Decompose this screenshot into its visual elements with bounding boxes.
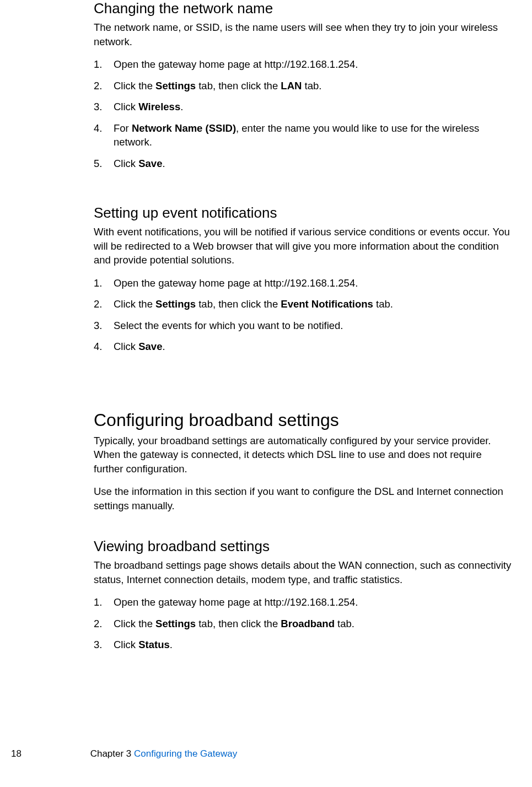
page-content: Changing the network name The network na… [94,0,513,670]
steps-list: Open the gateway home page at http://192… [94,595,513,652]
step-item: Open the gateway home page at http://192… [94,57,513,72]
heading-event-notifications: Setting up event notifications [94,204,513,222]
intro-text: The network name, or SSID, is the name u… [94,20,513,48]
step-item: Click Wireless. [94,100,513,114]
step-item: Click Status. [94,638,513,652]
heading-viewing-broadband: Viewing broadband settings [94,538,513,555]
heading-change-network-name: Changing the network name [94,0,513,17]
page-footer: 18 Chapter 3 Configuring the Gateway [11,748,237,759]
step-item: Click the Settings tab, then click the E… [94,297,513,311]
steps-list: Open the gateway home page at http://192… [94,57,513,170]
step-item: Click the Settings tab, then click the L… [94,79,513,93]
step-item: Click Save. [94,339,513,354]
page-number: 18 [11,748,22,759]
step-item: Click the Settings tab, then click the B… [94,617,513,631]
footer-chapter: Chapter 3 [90,748,134,759]
step-item: Select the events for which you want to … [94,319,513,333]
intro-text: Typically, your broadband settings are a… [94,434,513,476]
intro-text: The broadband settings page shows detail… [94,558,513,586]
step-item: Open the gateway home page at http://192… [94,276,513,290]
intro-text: With event notifications, you will be no… [94,225,513,267]
step-item: Open the gateway home page at http://192… [94,595,513,610]
step-item: Click Save. [94,157,513,171]
steps-list: Open the gateway home page at http://192… [94,276,513,354]
footer-title: Configuring the Gateway [134,748,237,759]
intro-text: Use the information in this section if y… [94,484,513,513]
step-item: For Network Name (SSID), enter the name … [94,121,513,149]
heading-configuring-broadband: Configuring broadband settings [94,410,513,430]
